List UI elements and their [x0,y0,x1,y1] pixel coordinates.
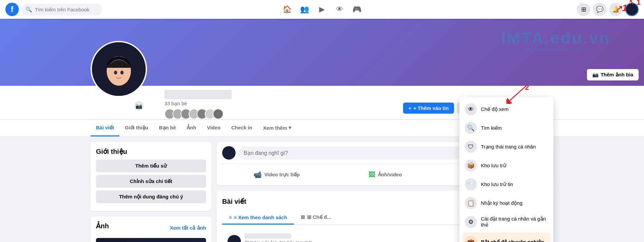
dropdown-menu: 👁 Chế độ xem 🔍 Tìm kiếm 🛡 Trạng thái tra… [459,97,553,242]
intro-card: Giới thiệu Thêm tiểu sử Chỉnh sửa chi ti… [91,142,211,211]
nav-left: f 🔍 [5,3,102,16]
tab-bai-viet[interactable]: Bài viết [91,120,119,136]
avatar-camera-badge[interactable]: 📷 [134,101,144,111]
post-user-info: đã thêm một ảnh đại diện tạm thời. 3 thá… [244,233,313,242]
message-archive-icon: 📨 [465,178,477,190]
photo-icon: 🖼 [368,171,375,179]
photo-video-btn[interactable]: 🖼 Ảnh/video [331,168,440,181]
nav-gaming-btn[interactable]: 🎮 [349,1,365,17]
dropdown-item-message-archive[interactable]: 📨 Kho lưu trữ tin [459,175,553,194]
nav-home-btn[interactable]: 🏠 [279,1,295,17]
nav-grid-btn[interactable]: ⊞ [577,3,590,16]
intro-title: Giới thiệu [96,147,206,156]
nav-watch-btn[interactable]: 👁 [332,1,348,17]
tab-gioi-thieu[interactable]: Giới thiệu [119,120,154,136]
pro-mode-icon: 💼 [465,236,477,242]
profile-avatar-image [92,42,146,96]
dropdown-item-profile-status[interactable]: 🛡 Trạng thái trang cá nhân [459,137,553,156]
profile-avatar-svg [92,41,146,97]
post-meta: đã thêm một ảnh đại diện tạm thời. [244,240,313,242]
dropdown-item-pro-mode[interactable]: 💼 Bật chế độ chuyên nghiệp [462,233,551,242]
dropdown-item-view-mode[interactable]: 👁 Chế độ xem [459,100,553,119]
plus-icon: + [408,105,411,111]
post-tab-grid[interactable]: ⊞ ⊞ Chế đ... [294,211,338,225]
dropdown-item-search[interactable]: 🔍 Tìm kiếm [459,119,553,137]
posts-title: Bài viết [222,197,246,205]
cover-watermark: IMTA.edu.vn Internet Marketing Target Au… [501,29,610,52]
grid-icon: ⊞ [301,214,305,220]
activity-log-icon: 📋 [465,197,477,209]
search-dropdown-icon: 🔍 [465,122,477,134]
left-column: Giới thiệu Thêm tiểu sử Chỉnh sửa chi ti… [91,142,211,242]
add-cover-photo-btn[interactable]: 📷 Thêm ảnh bìa [587,69,639,80]
post-author-name-bar [244,233,291,239]
profile-name-bar [164,90,232,99]
friend-avatar-7 [213,109,224,119]
tab-anh[interactable]: Ảnh [181,120,201,136]
cover-photo-actions: 📷 Thêm ảnh bìa [587,69,639,80]
post-user-avatar [228,235,241,242]
annotation-arrow-1: ↖ 1 [628,0,641,7]
add-to-story-btn[interactable]: + + Thêm vào tin [403,103,454,114]
archive-icon: 📦 [465,160,477,172]
see-all-photos-link[interactable]: Xem tất cả ảnh [170,225,206,231]
shield-icon: 🛡 [465,141,477,153]
add-bio-btn[interactable]: Thêm tiểu sử [96,160,206,172]
svg-point-2 [114,71,117,74]
nav-friends-btn[interactable]: 👥 [297,1,313,17]
tab-video[interactable]: Video [202,120,226,136]
watermark-sub: Internet Marketing Target Audience [501,47,610,52]
search-input[interactable] [35,7,98,12]
dropdown-item-activity-log[interactable]: 📋 Nhật ký hoạt động [459,194,553,213]
profile-avatar-container: 📷 [91,58,147,114]
navbar: f 🔍 🏠 👥 ▶ 👁 🎮 ⊞ 💬 🔔 ↖ 1 [0,0,644,19]
settings-icon: ⚙ [465,216,477,228]
post-tab-list[interactable]: ≡ ≡ Xem theo danh sách [222,211,294,225]
photos-title: Ảnh [96,222,109,230]
tab-check-in[interactable]: Check in [226,120,258,136]
search-icon: 🔍 [26,6,32,13]
nav-messenger-btn[interactable]: 💬 [593,3,606,16]
nav-center: 🏠 👥 ▶ 👁 🎮 [279,1,365,17]
dropdown-item-profile-settings[interactable]: ⚙ Cài đặt trang cá nhân và gắn thẻ [459,213,553,231]
composer-avatar [222,146,236,160]
photo-thumbnail-1 [96,238,206,242]
photos-header: Ảnh Xem tất cả ảnh [96,222,206,234]
nav-right: ⊞ 💬 🔔 ↖ 1 [577,3,639,16]
chevron-down-icon: ▾ [289,125,291,131]
svg-point-3 [120,71,124,74]
tab-ban-be[interactable]: Bạn bè [154,120,182,136]
live-video-icon: 📹 [253,171,262,179]
tabs-left: Bài viết Giới thiệu Bạn bè Ảnh Video Che… [91,120,297,136]
view-mode-icon: 👁 [465,103,477,115]
list-icon: ≡ [229,215,232,220]
facebook-logo[interactable]: f [5,3,19,16]
nav-notifications-btn[interactable]: 🔔 [609,3,623,16]
dropdown-item-archive[interactable]: 📦 Kho lưu trữ [459,156,553,175]
profile-avatar [91,41,147,97]
camera-icon: 📷 [592,72,599,78]
live-video-btn[interactable]: 📹 Video trực tiếp [222,168,331,181]
nav-video-btn[interactable]: ▶ [314,1,330,17]
tab-xem-them[interactable]: Xem thêm ▾ [258,120,297,136]
edit-detail-btn[interactable]: Chỉnh sửa chi tiết [96,175,206,188]
watermark-logo: IMTA.edu.vn [501,29,610,47]
photos-card: Ảnh Xem tất cả ảnh [91,217,211,242]
add-featured-btn[interactable]: Thêm nội dung đáng chú ý [96,190,206,203]
search-box[interactable]: 🔍 [21,4,102,15]
